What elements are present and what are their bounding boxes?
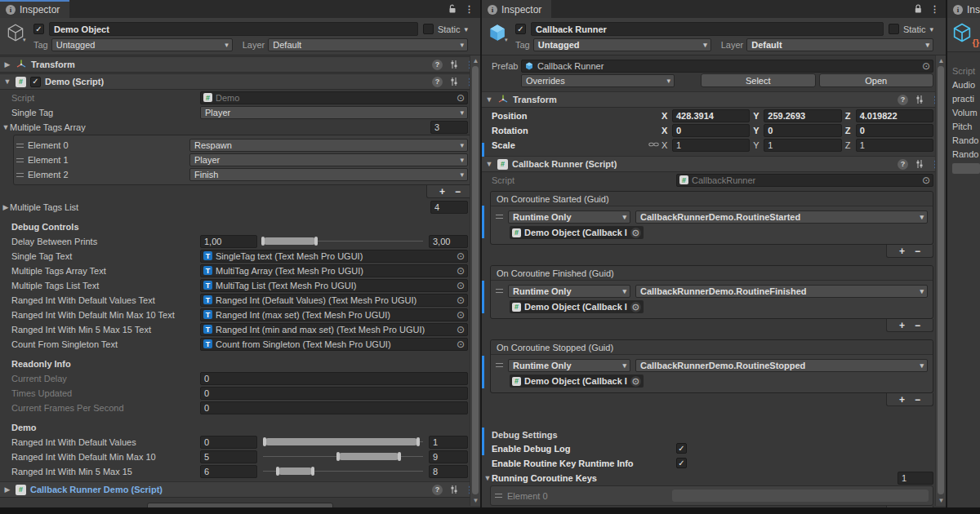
foldout-arrow[interactable]: ▶ [3, 485, 11, 494]
list-size-field[interactable]: 1 [898, 472, 933, 485]
element-dropdown[interactable]: Player [189, 153, 468, 166]
active-checkbox[interactable]: ✓ [515, 24, 526, 34]
rotation-y-field[interactable]: 0 [764, 124, 841, 137]
static-checkbox[interactable] [889, 24, 899, 34]
object-picker-icon[interactable]: ⊙ [630, 228, 641, 238]
layer-dropdown[interactable]: Default [746, 38, 933, 51]
event-function-dropdown[interactable]: CallbackRunnerDemo.RoutineStarted [635, 210, 928, 224]
tab-inspector[interactable]: i Inspe [947, 0, 980, 18]
remove-element-button[interactable]: − [455, 187, 461, 197]
foldout-arrow[interactable]: ▼ [3, 78, 11, 86]
add-event-button[interactable]: + [899, 246, 905, 256]
minmax-slider[interactable] [263, 450, 423, 463]
rotation-z-field[interactable]: 0 [856, 124, 933, 137]
single-tag-dropdown[interactable]: Player [200, 106, 468, 119]
remove-event-button[interactable]: − [915, 246, 920, 256]
demo-script-header[interactable]: ▼ # ✓ Demo (Script) ? ⋮ [0, 73, 480, 90]
min-value-field[interactable]: 1,00 [200, 235, 257, 248]
tag-dropdown[interactable]: Untagged [533, 38, 711, 51]
scroll-up-arrow[interactable]: ▲ [470, 57, 480, 64]
enable-debug-log-checkbox[interactable]: ✓ [676, 443, 687, 454]
drag-handle-icon[interactable] [16, 144, 24, 148]
minmax-slider[interactable] [263, 464, 423, 478]
object-picker-icon[interactable]: ⊙ [922, 175, 930, 185]
static-dropdown-arrow[interactable]: ▾ [929, 25, 933, 33]
scale-link-icon[interactable] [648, 140, 660, 151]
tmp-object-field[interactable]: TSingleTag text (Text Mesh Pro UGUI)⊙ [200, 250, 468, 263]
event-function-dropdown[interactable]: CallbackRunnerDemo.RoutineFinished [635, 285, 928, 298]
max-value-field[interactable]: 9 [429, 450, 468, 463]
array-size-field[interactable]: 3 [430, 121, 468, 134]
add-event-button[interactable]: + [899, 321, 905, 330]
transform-component-header[interactable]: ▼ Transform ? ⋮ [482, 91, 946, 108]
object-picker-icon[interactable]: ⊙ [922, 61, 930, 71]
min-value-field[interactable]: 5 [200, 450, 257, 463]
foldout-arrow[interactable]: ▶ [3, 60, 11, 69]
presets-icon[interactable] [449, 485, 459, 494]
tmp-object-field[interactable]: TRanged Int (Default Values) (Text Mesh … [200, 294, 468, 307]
presets-icon[interactable] [915, 95, 924, 104]
event-mode-dropdown[interactable]: Runtime Only [508, 210, 630, 224]
presets-icon[interactable] [449, 60, 459, 69]
script-object-field[interactable]: # CallbackRunner ⊙ [676, 174, 933, 187]
add-event-button[interactable]: + [899, 395, 905, 405]
lock-icon[interactable] [914, 4, 923, 14]
rotation-x-field[interactable]: 0 [672, 124, 750, 137]
object-picker-icon[interactable]: ⊙ [457, 93, 465, 103]
prefab-object-field[interactable]: Callback Runner ⊙ [521, 60, 933, 73]
open-button[interactable]: Open [819, 73, 934, 87]
script-object-field[interactable]: # Demo ⊙ [200, 91, 468, 104]
element-dropdown[interactable]: Respawn [189, 139, 468, 152]
unlock-icon[interactable] [448, 4, 457, 14]
gameobject-name-field[interactable]: Callback Runner [531, 22, 884, 36]
scrollbar-thumb[interactable] [472, 66, 479, 494]
foldout-arrow[interactable]: ▼ [483, 474, 492, 482]
drag-handle-icon[interactable] [16, 158, 24, 162]
callback-runner-demo-header[interactable]: ▶ # Callback Runner Demo (Script) ? ⋮ [0, 481, 480, 498]
tmp-object-field[interactable]: TRanged Int (max set) (Text Mesh Pro UGU… [200, 308, 468, 321]
minmax-slider[interactable] [263, 435, 423, 449]
clipped-field[interactable] [952, 163, 980, 174]
position-x-field[interactable]: 428.3914 [672, 109, 750, 122]
presets-icon[interactable] [449, 77, 459, 86]
scroll-down-arrow[interactable]: ▼ [936, 497, 946, 504]
overrides-dropdown[interactable]: Overrides [521, 74, 675, 87]
object-picker-icon[interactable]: ⊙ [457, 310, 465, 320]
menu-kebab-icon[interactable]: ⋮ [930, 4, 939, 15]
icon-picker-arrow[interactable]: ▾ [23, 37, 26, 43]
min-value-field[interactable]: 0 [200, 436, 257, 449]
scroll-down-arrow[interactable]: ▼ [470, 497, 480, 504]
min-value-field[interactable]: 6 [200, 465, 257, 478]
transform-component-header[interactable]: ▶ Transform ? ⋮ [0, 56, 480, 73]
object-picker-icon[interactable]: ⊙ [457, 266, 465, 276]
event-target-field[interactable]: # Demo Object (Callback I ⊙ [510, 374, 644, 388]
scrollbar[interactable]: ▲ ▼ [470, 55, 480, 506]
scroll-up-arrow[interactable]: ▲ [936, 57, 946, 64]
event-function-dropdown[interactable]: CallbackRunnerDemo.RoutineStopped [635, 359, 928, 372]
max-value-field[interactable]: 1 [429, 436, 468, 449]
remove-event-button[interactable]: − [915, 395, 920, 405]
position-y-field[interactable]: 259.2693 [764, 109, 841, 122]
scrollbar-thumb[interactable] [938, 66, 944, 494]
event-target-field[interactable]: # Demo Object (Callback I ⊙ [510, 300, 644, 313]
object-picker-icon[interactable]: ⊙ [457, 281, 465, 290]
object-picker-icon[interactable]: ⊙ [457, 251, 465, 261]
foldout-arrow[interactable]: ▼ [2, 123, 10, 131]
layer-dropdown[interactable]: Default [268, 38, 468, 51]
scale-x-field[interactable]: 1 [672, 139, 750, 152]
element-dropdown[interactable]: Finish [189, 168, 468, 181]
object-picker-icon[interactable]: ⊙ [457, 339, 465, 349]
help-icon[interactable]: ? [432, 60, 443, 70]
static-checkbox[interactable] [423, 24, 434, 34]
scale-z-field[interactable]: 1 [856, 139, 933, 152]
component-enabled-checkbox[interactable]: ✓ [30, 77, 41, 87]
scrollbar[interactable]: ▲ ▼ [935, 55, 946, 506]
event-target-field[interactable]: # Demo Object (Callback I ⊙ [510, 226, 644, 239]
help-icon[interactable]: ? [898, 95, 908, 105]
drag-handle-icon[interactable] [496, 363, 503, 367]
object-picker-icon[interactable]: ⊙ [630, 302, 641, 312]
remove-event-button[interactable]: − [915, 321, 920, 330]
callback-runner-script-header[interactable]: ▼ # Callback Runner (Script) ? ⋮ [482, 156, 946, 172]
drag-handle-icon[interactable] [16, 173, 24, 177]
event-mode-dropdown[interactable]: Runtime Only [508, 285, 630, 298]
